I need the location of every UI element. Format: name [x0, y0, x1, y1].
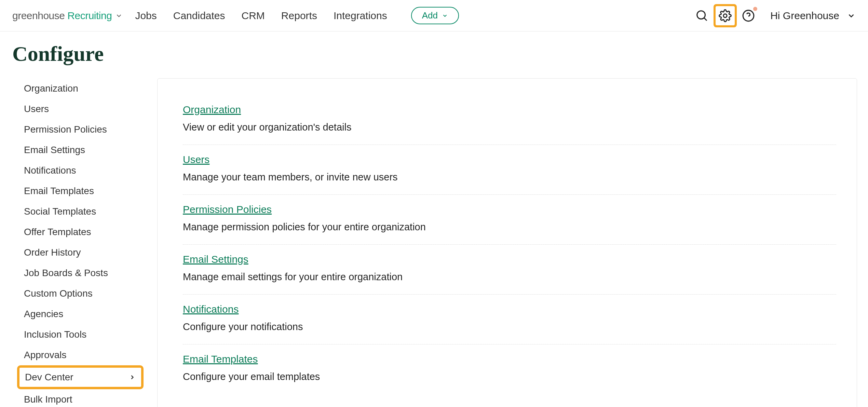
sidebar-item-label: Notifications — [24, 165, 76, 176]
search-icon — [695, 9, 708, 22]
sidebar-item-label: Dev Center — [25, 372, 73, 383]
nav-jobs[interactable]: Jobs — [135, 10, 157, 22]
add-button-label: Add — [422, 10, 438, 21]
sidebar-item[interactable]: Users — [17, 99, 144, 119]
section-description: Manage email settings for your entire or… — [183, 271, 836, 283]
section-title-link[interactable]: Email Settings — [183, 254, 248, 265]
config-section: OrganizationView or edit your organizati… — [183, 95, 836, 145]
page-title: Configure — [0, 31, 868, 78]
section-title-link[interactable]: Email Templates — [183, 353, 258, 365]
sidebar-item-label: Social Templates — [24, 206, 96, 217]
sidebar-item-label: Bulk Import — [24, 394, 72, 405]
sidebar-item[interactable]: Organization — [17, 78, 144, 99]
notification-dot — [753, 7, 757, 11]
sidebar-item-label: Order History — [24, 247, 81, 258]
svg-line-1 — [704, 18, 707, 21]
section-description: Manage permission policies for your enti… — [183, 221, 836, 233]
sidebar-item[interactable]: Job Boards & Posts — [17, 263, 144, 283]
section-description: Configure your email templates — [183, 371, 836, 382]
svg-point-2 — [723, 14, 727, 17]
config-section: Email SettingsManage email settings for … — [183, 245, 836, 295]
sidebar-item[interactable]: Email Settings — [17, 140, 144, 160]
config-section: Permission PoliciesManage permission pol… — [183, 195, 836, 245]
sidebar-item-label: Permission Policies — [24, 124, 107, 135]
sidebar-item[interactable]: Email Templates — [17, 181, 144, 201]
primary-nav: Jobs Candidates CRM Reports Integrations — [135, 10, 387, 22]
sidebar-item[interactable]: Custom Options — [17, 283, 144, 304]
sidebar-item[interactable]: Approvals — [17, 345, 144, 365]
sidebar-item[interactable]: Bulk Import — [17, 389, 144, 407]
help-icon — [742, 9, 755, 22]
sidebar-item[interactable]: Agencies — [17, 304, 144, 324]
help-button[interactable] — [737, 4, 760, 27]
sidebar-item-label: Organization — [24, 83, 78, 94]
sidebar-item-label: Users — [24, 104, 49, 114]
product-switcher[interactable]: greenhouse Recruiting — [12, 10, 123, 22]
search-button[interactable] — [690, 4, 714, 27]
chevron-right-icon — [129, 374, 136, 381]
sidebar-item[interactable]: Order History — [17, 242, 144, 263]
section-description: Manage your team members, or invite new … — [183, 172, 836, 183]
sidebar-item-label: Agencies — [24, 309, 63, 320]
chevron-down-icon — [115, 12, 123, 19]
configure-content: OrganizationView or edit your organizati… — [157, 78, 857, 407]
chevron-down-icon — [847, 11, 856, 20]
sidebar-item-label: Custom Options — [24, 288, 93, 299]
nav-reports[interactable]: Reports — [281, 10, 317, 22]
sidebar-item-label: Email Templates — [24, 186, 94, 196]
user-greeting: Hi Greenhouse — [770, 10, 839, 22]
add-button[interactable]: Add — [411, 7, 459, 24]
configure-layout: OrganizationUsersPermission PoliciesEmai… — [0, 78, 868, 407]
sidebar-item[interactable]: Inclusion Tools — [17, 324, 144, 345]
config-section: NotificationsConfigure your notification… — [183, 295, 836, 344]
settings-button[interactable] — [714, 4, 737, 27]
section-title-link[interactable]: Organization — [183, 104, 241, 116]
section-description: View or edit your organization's details — [183, 122, 836, 133]
sidebar-item[interactable]: Notifications — [17, 160, 144, 181]
sidebar-item-label: Inclusion Tools — [24, 329, 86, 340]
top-nav: greenhouse Recruiting Jobs Candidates CR… — [0, 0, 868, 31]
section-title-link[interactable]: Users — [183, 154, 209, 165]
sidebar-item[interactable]: Offer Templates — [17, 222, 144, 242]
config-section: Email TemplatesConfigure your email temp… — [183, 344, 836, 382]
sidebar-item[interactable]: Permission Policies — [17, 119, 144, 140]
sidebar-item-label: Approvals — [24, 350, 67, 361]
sidebar-highlight: Dev Center — [17, 365, 144, 389]
sidebar-item[interactable]: Social Templates — [17, 201, 144, 222]
sidebar-item-label: Offer Templates — [24, 227, 91, 238]
logo-text: greenhouse Recruiting — [12, 10, 112, 22]
sidebar-item[interactable]: Dev Center — [19, 368, 141, 387]
nav-crm[interactable]: CRM — [242, 10, 265, 22]
section-description: Configure your notifications — [183, 321, 836, 333]
nav-integrations[interactable]: Integrations — [334, 10, 387, 22]
user-menu[interactable]: Hi Greenhouse — [770, 10, 856, 22]
svg-point-0 — [697, 11, 705, 19]
gear-icon — [719, 9, 732, 22]
section-title-link[interactable]: Notifications — [183, 303, 239, 315]
chevron-down-icon — [442, 13, 448, 19]
nav-candidates[interactable]: Candidates — [173, 10, 225, 22]
config-section: UsersManage your team members, or invite… — [183, 145, 836, 195]
sidebar-item-label: Email Settings — [24, 145, 85, 155]
sidebar-item-label: Job Boards & Posts — [24, 268, 108, 279]
section-title-link[interactable]: Permission Policies — [183, 204, 272, 215]
configure-sidebar: OrganizationUsersPermission PoliciesEmai… — [17, 78, 144, 407]
